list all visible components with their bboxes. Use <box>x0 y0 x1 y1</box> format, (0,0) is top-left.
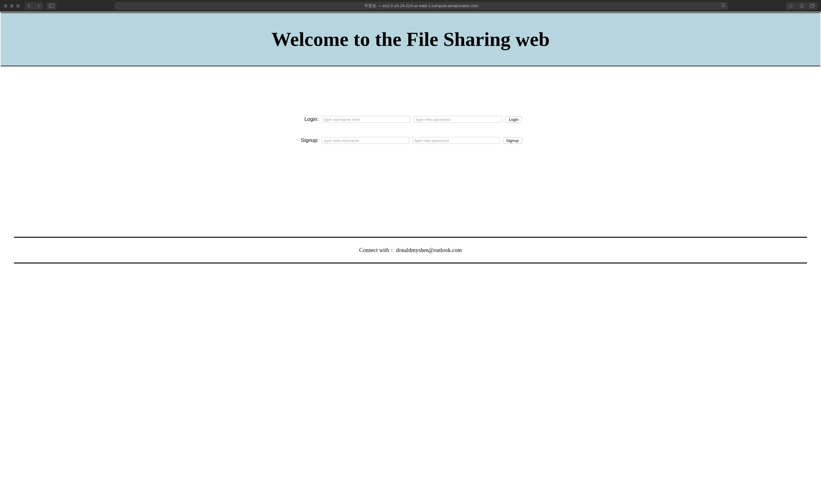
signup-button[interactable]: Signup <box>503 137 522 144</box>
page-body: Welcome to the File Sharing web Login: L… <box>0 12 821 263</box>
signup-username-input[interactable] <box>322 137 409 144</box>
url-bar[interactable]: 不安全 — ec2-3-16-24-224.us-east-2.compute.… <box>115 2 728 10</box>
footer-contact: Connect with： donaldmyshen@outlook.com <box>14 238 807 263</box>
minimize-window-icon[interactable] <box>10 4 14 8</box>
footer-contact-email: donaldmyshen@outlook.com <box>396 247 462 253</box>
footer-contact-label: Connect with： <box>359 247 395 253</box>
footer: Connect with： donaldmyshen@outlook.com <box>0 237 821 263</box>
toolbar-right <box>786 2 817 10</box>
svg-rect-3 <box>810 5 814 7</box>
share-icon <box>800 4 804 8</box>
chevron-left-icon <box>28 4 31 8</box>
forward-button[interactable] <box>34 2 43 10</box>
reload-button[interactable] <box>721 3 726 8</box>
header-banner: Welcome to the File Sharing web <box>1 12 820 66</box>
login-username-input[interactable] <box>322 116 411 123</box>
login-row: Login: Login <box>299 116 522 123</box>
footer-divider-bottom <box>14 263 807 263</box>
signup-password-input[interactable] <box>412 137 500 144</box>
forms-container: Login: Login Signup: Signup <box>293 116 528 144</box>
close-window-icon[interactable] <box>4 4 7 8</box>
back-button[interactable] <box>25 2 33 10</box>
login-label: Login: <box>299 116 319 122</box>
nav-buttons <box>25 2 43 10</box>
svg-rect-0 <box>49 4 54 8</box>
browser-toolbar: 不安全 — ec2-3-16-24-224.us-east-2.compute.… <box>0 0 821 12</box>
signup-row: Signup: Signup <box>299 137 522 144</box>
downloads-button[interactable] <box>786 2 796 10</box>
url-text: 不安全 — ec2-3-16-24-224.us-east-2.compute.… <box>364 3 478 9</box>
sidebar-icon <box>49 4 54 8</box>
chevron-right-icon <box>37 4 40 8</box>
tabs-button[interactable] <box>807 2 817 10</box>
login-password-input[interactable] <box>414 116 502 123</box>
reload-icon <box>721 3 726 7</box>
maximize-window-icon[interactable] <box>16 4 20 8</box>
signup-label: Signup: <box>299 137 319 144</box>
tabs-icon <box>810 4 814 8</box>
page-title: Welcome to the File Sharing web <box>7 28 814 51</box>
sidebar-toggle-button[interactable] <box>47 2 56 10</box>
window-controls <box>4 4 20 8</box>
share-button[interactable] <box>797 2 807 10</box>
download-icon <box>789 4 793 8</box>
login-button[interactable]: Login <box>505 116 522 123</box>
